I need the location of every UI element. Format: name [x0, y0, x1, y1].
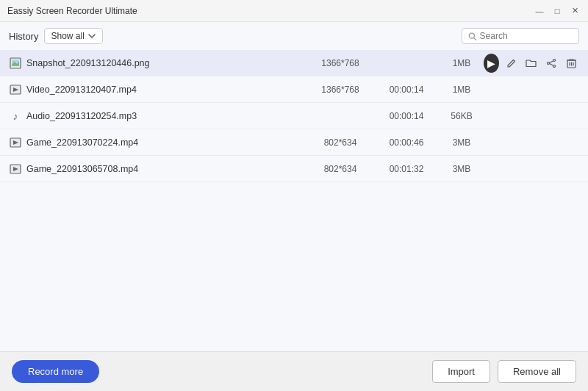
close-button[interactable]: ✕	[569, 5, 581, 17]
record-name: Game_220913070224.mp4	[9, 136, 307, 149]
main-area: History Show all	[0, 22, 588, 351]
record-resolution: 1366*768	[307, 58, 373, 68]
bottom-bar: Record more Import Remove all	[0, 351, 588, 391]
record-duration: 00:00:14	[373, 111, 440, 121]
record-name: Snapshot_220913120446.png	[9, 57, 307, 70]
record-duration: 00:00:46	[373, 137, 440, 148]
video-file-icon	[9, 162, 22, 176]
video-file-icon	[9, 136, 22, 149]
bottom-right-buttons: Import Remove all	[432, 360, 576, 383]
folder-button[interactable]	[523, 54, 539, 73]
record-resolution: 802*634	[307, 164, 373, 174]
record-name: Video_220913120407.mp4	[9, 83, 307, 96]
record-resolution: 1366*768	[307, 85, 373, 95]
video-file-icon	[9, 83, 22, 96]
chevron-down-icon	[87, 32, 96, 40]
record-duration: 00:00:14	[373, 85, 440, 95]
remove-all-button[interactable]: Remove all	[498, 360, 576, 383]
record-actions: ▶	[484, 54, 579, 73]
svg-point-5	[12, 60, 14, 62]
svg-line-10	[550, 63, 553, 65]
search-box[interactable]	[462, 28, 579, 44]
delete-button[interactable]	[564, 54, 579, 73]
search-icon	[468, 32, 477, 41]
table-row[interactable]: Game_220913070224.mp4 802*634 00:00:46 3…	[0, 129, 588, 156]
svg-line-1	[474, 37, 476, 40]
toolbar: History Show all	[0, 22, 588, 50]
svg-point-0	[469, 33, 474, 38]
minimize-button[interactable]: —	[534, 5, 545, 17]
search-input[interactable]	[480, 31, 573, 41]
record-name: Game_220913065708.mp4	[9, 162, 307, 176]
import-button[interactable]: Import	[432, 360, 490, 383]
record-size: 1MB	[440, 58, 484, 68]
record-resolution: 802*634	[307, 137, 373, 148]
filter-dropdown[interactable]: Show all	[44, 28, 102, 44]
record-size: 3MB	[440, 164, 484, 174]
record-size: 56KB	[440, 111, 484, 121]
table-row[interactable]: ♪ Audio_220913120254.mp3 00:00:14 56KB	[0, 103, 588, 129]
record-name: ♪ Audio_220913120254.mp3	[9, 110, 307, 123]
title-bar: Eassiy Screen Recorder Ultimate — □ ✕	[0, 0, 588, 22]
table-row[interactable]: Snapshot_220913120446.png 1366*768 1MB ▶	[0, 50, 588, 76]
records-list: Snapshot_220913120446.png 1366*768 1MB ▶	[0, 50, 588, 351]
svg-line-9	[550, 61, 553, 63]
history-label: History	[9, 31, 38, 42]
record-size: 3MB	[440, 137, 484, 148]
play-button[interactable]: ▶	[484, 54, 499, 73]
image-file-icon	[9, 57, 22, 70]
filter-label: Show all	[51, 31, 84, 41]
app-title: Eassiy Screen Recorder Ultimate	[7, 6, 534, 16]
svg-point-6	[553, 59, 556, 61]
record-more-button[interactable]: Record more	[12, 360, 99, 383]
table-row[interactable]: Video_220913120407.mp4 1366*768 00:00:14…	[0, 76, 588, 103]
share-button[interactable]	[544, 54, 559, 73]
svg-point-7	[553, 65, 556, 67]
edit-button[interactable]	[503, 54, 519, 73]
record-duration: 00:01:32	[373, 164, 440, 174]
record-size: 1MB	[440, 85, 484, 95]
table-row[interactable]: Game_220913065708.mp4 802*634 00:01:32 3…	[0, 156, 588, 182]
window-controls: — □ ✕	[534, 5, 581, 17]
maximize-button[interactable]: □	[551, 5, 563, 17]
audio-file-icon: ♪	[9, 110, 22, 123]
svg-point-8	[548, 62, 550, 64]
